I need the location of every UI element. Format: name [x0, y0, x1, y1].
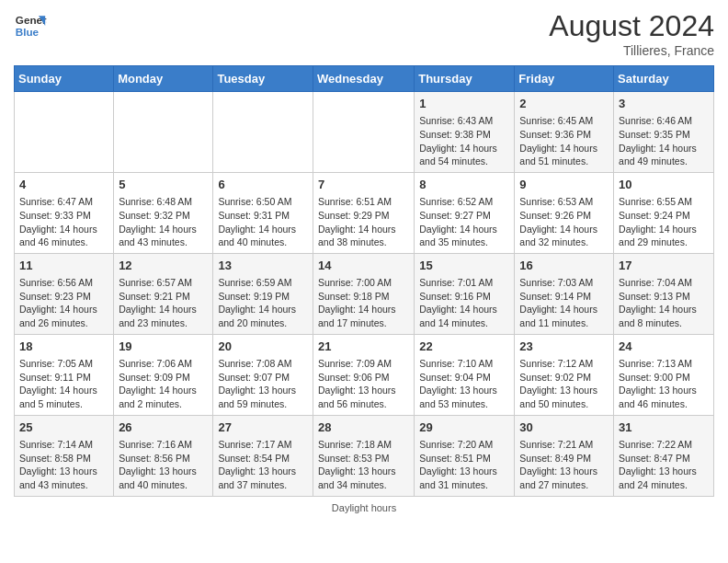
calendar-day-cell: 15Sunrise: 7:01 AM Sunset: 9:16 PM Dayli… — [415, 253, 515, 334]
calendar-day-cell: 8Sunrise: 6:52 AM Sunset: 9:27 PM Daylig… — [415, 172, 515, 253]
day-info: Sunrise: 6:51 AM Sunset: 9:29 PM Dayligh… — [318, 195, 409, 249]
calendar-day-cell: 17Sunrise: 7:04 AM Sunset: 9:13 PM Dayli… — [614, 253, 714, 334]
calendar-day-cell: 11Sunrise: 6:56 AM Sunset: 9:23 PM Dayli… — [15, 253, 114, 334]
day-number: 29 — [419, 419, 509, 436]
calendar-day-cell: 13Sunrise: 6:59 AM Sunset: 9:19 PM Dayli… — [213, 253, 313, 334]
day-info: Sunrise: 7:21 AM Sunset: 8:49 PM Dayligh… — [519, 438, 609, 492]
day-info: Sunrise: 6:47 AM Sunset: 9:33 PM Dayligh… — [19, 195, 108, 249]
day-of-week-header: Monday — [114, 66, 213, 92]
day-number: 13 — [218, 258, 308, 274]
calendar-day-cell: 12Sunrise: 6:57 AM Sunset: 9:21 PM Dayli… — [114, 253, 213, 334]
day-number: 31 — [619, 419, 709, 436]
day-of-week-header: Thursday — [415, 66, 515, 92]
calendar-day-cell: 22Sunrise: 7:10 AM Sunset: 9:04 PM Dayli… — [415, 334, 515, 415]
day-info: Sunrise: 6:57 AM Sunset: 9:21 PM Dayligh… — [119, 276, 208, 330]
day-info: Sunrise: 6:43 AM Sunset: 9:38 PM Dayligh… — [419, 114, 509, 168]
day-number: 23 — [519, 339, 609, 355]
day-info: Sunrise: 7:18 AM Sunset: 8:53 PM Dayligh… — [318, 438, 409, 492]
day-info: Sunrise: 7:10 AM Sunset: 9:04 PM Dayligh… — [419, 357, 509, 411]
location-subtitle: Tillieres, France — [549, 43, 714, 58]
day-info: Sunrise: 6:56 AM Sunset: 9:23 PM Dayligh… — [19, 276, 108, 330]
svg-text:Blue: Blue — [16, 26, 40, 38]
calendar-day-cell: 25Sunrise: 7:14 AM Sunset: 8:58 PM Dayli… — [15, 415, 114, 496]
calendar-day-cell: 2Sunrise: 6:45 AM Sunset: 9:36 PM Daylig… — [515, 92, 614, 173]
day-info: Sunrise: 6:45 AM Sunset: 9:36 PM Dayligh… — [519, 114, 609, 168]
day-info: Sunrise: 6:48 AM Sunset: 9:32 PM Dayligh… — [119, 195, 208, 249]
day-number: 17 — [619, 258, 709, 274]
calendar-day-cell: 4Sunrise: 6:47 AM Sunset: 9:33 PM Daylig… — [15, 172, 114, 253]
day-info: Sunrise: 7:20 AM Sunset: 8:51 PM Dayligh… — [419, 438, 509, 492]
calendar-body: 1Sunrise: 6:43 AM Sunset: 9:38 PM Daylig… — [15, 92, 714, 497]
calendar-day-cell: 26Sunrise: 7:16 AM Sunset: 8:56 PM Dayli… — [114, 415, 213, 496]
day-info: Sunrise: 6:50 AM Sunset: 9:31 PM Dayligh… — [218, 195, 308, 249]
day-of-week-header: Tuesday — [213, 66, 313, 92]
calendar-day-cell: 31Sunrise: 7:22 AM Sunset: 8:47 PM Dayli… — [614, 415, 714, 496]
calendar-day-cell: 28Sunrise: 7:18 AM Sunset: 8:53 PM Dayli… — [313, 415, 414, 496]
calendar-table: SundayMondayTuesdayWednesdayThursdayFrid… — [14, 65, 714, 497]
month-year-title: August 2024 — [549, 9, 714, 43]
day-info: Sunrise: 6:53 AM Sunset: 9:26 PM Dayligh… — [519, 195, 609, 249]
day-info: Sunrise: 7:06 AM Sunset: 9:09 PM Dayligh… — [119, 357, 208, 411]
day-number: 5 — [119, 177, 208, 193]
day-info: Sunrise: 7:14 AM Sunset: 8:58 PM Dayligh… — [19, 438, 108, 492]
day-number: 26 — [119, 419, 208, 436]
day-number: 22 — [419, 339, 509, 355]
calendar-day-cell: 7Sunrise: 6:51 AM Sunset: 9:29 PM Daylig… — [313, 172, 414, 253]
calendar-day-cell: 20Sunrise: 7:08 AM Sunset: 9:07 PM Dayli… — [213, 334, 313, 415]
day-info: Sunrise: 7:09 AM Sunset: 9:06 PM Dayligh… — [318, 357, 409, 411]
calendar-header-row: SundayMondayTuesdayWednesdayThursdayFrid… — [15, 66, 714, 92]
calendar-week-row: 18Sunrise: 7:05 AM Sunset: 9:11 PM Dayli… — [15, 334, 714, 415]
day-number: 30 — [519, 419, 609, 436]
calendar-day-cell: 27Sunrise: 7:17 AM Sunset: 8:54 PM Dayli… — [213, 415, 313, 496]
day-number: 24 — [619, 339, 709, 355]
calendar-day-cell: 6Sunrise: 6:50 AM Sunset: 9:31 PM Daylig… — [213, 172, 313, 253]
calendar-day-cell: 3Sunrise: 6:46 AM Sunset: 9:35 PM Daylig… — [614, 92, 714, 173]
day-number: 8 — [419, 177, 509, 193]
calendar-day-cell: 29Sunrise: 7:20 AM Sunset: 8:51 PM Dayli… — [415, 415, 515, 496]
calendar-week-row: 1Sunrise: 6:43 AM Sunset: 9:38 PM Daylig… — [15, 92, 714, 173]
calendar-day-cell: 24Sunrise: 7:13 AM Sunset: 9:00 PM Dayli… — [614, 334, 714, 415]
title-block: August 2024 Tillieres, France — [549, 9, 714, 58]
day-number: 2 — [519, 96, 609, 112]
day-info: Sunrise: 7:13 AM Sunset: 9:00 PM Dayligh… — [619, 357, 709, 411]
day-number: 3 — [619, 96, 709, 112]
calendar-day-cell — [15, 92, 114, 173]
day-number: 10 — [619, 177, 709, 193]
calendar-day-cell: 16Sunrise: 7:03 AM Sunset: 9:14 PM Dayli… — [515, 253, 614, 334]
calendar-day-cell: 1Sunrise: 6:43 AM Sunset: 9:38 PM Daylig… — [415, 92, 515, 173]
day-number: 6 — [218, 177, 308, 193]
day-number: 12 — [119, 258, 208, 274]
day-number: 7 — [318, 177, 409, 193]
calendar-week-row: 25Sunrise: 7:14 AM Sunset: 8:58 PM Dayli… — [15, 415, 714, 496]
day-number: 9 — [519, 177, 609, 193]
day-info: Sunrise: 7:16 AM Sunset: 8:56 PM Dayligh… — [119, 438, 208, 492]
calendar-day-cell: 21Sunrise: 7:09 AM Sunset: 9:06 PM Dayli… — [313, 334, 414, 415]
day-info: Sunrise: 7:01 AM Sunset: 9:16 PM Dayligh… — [419, 276, 509, 330]
day-number: 11 — [19, 258, 108, 274]
day-of-week-header: Sunday — [15, 66, 114, 92]
day-info: Sunrise: 7:05 AM Sunset: 9:11 PM Dayligh… — [19, 357, 108, 411]
calendar-day-cell: 9Sunrise: 6:53 AM Sunset: 9:26 PM Daylig… — [515, 172, 614, 253]
day-number: 27 — [218, 419, 308, 436]
day-number: 25 — [19, 419, 108, 436]
calendar-day-cell — [213, 92, 313, 173]
calendar-day-cell: 23Sunrise: 7:12 AM Sunset: 9:02 PM Dayli… — [515, 334, 614, 415]
day-info: Sunrise: 6:52 AM Sunset: 9:27 PM Dayligh… — [419, 195, 509, 249]
day-number: 15 — [419, 258, 509, 274]
calendar-day-cell: 14Sunrise: 7:00 AM Sunset: 9:18 PM Dayli… — [313, 253, 414, 334]
calendar-day-cell: 19Sunrise: 7:06 AM Sunset: 9:09 PM Dayli… — [114, 334, 213, 415]
day-info: Sunrise: 7:17 AM Sunset: 8:54 PM Dayligh… — [218, 438, 308, 492]
day-of-week-header: Saturday — [614, 66, 714, 92]
day-number: 16 — [519, 258, 609, 274]
calendar-day-cell: 18Sunrise: 7:05 AM Sunset: 9:11 PM Dayli… — [15, 334, 114, 415]
page-header: General Blue August 2024 Tillieres, Fran… — [14, 9, 714, 58]
calendar-day-cell — [313, 92, 414, 173]
daylight-hours-label: Daylight hours — [332, 502, 396, 513]
logo: General Blue — [14, 9, 47, 42]
calendar-day-cell: 10Sunrise: 6:55 AM Sunset: 9:24 PM Dayli… — [614, 172, 714, 253]
day-info: Sunrise: 6:46 AM Sunset: 9:35 PM Dayligh… — [619, 114, 709, 168]
day-info: Sunrise: 6:55 AM Sunset: 9:24 PM Dayligh… — [619, 195, 709, 249]
calendar-week-row: 11Sunrise: 6:56 AM Sunset: 9:23 PM Dayli… — [15, 253, 714, 334]
day-number: 21 — [318, 339, 409, 355]
day-number: 20 — [218, 339, 308, 355]
